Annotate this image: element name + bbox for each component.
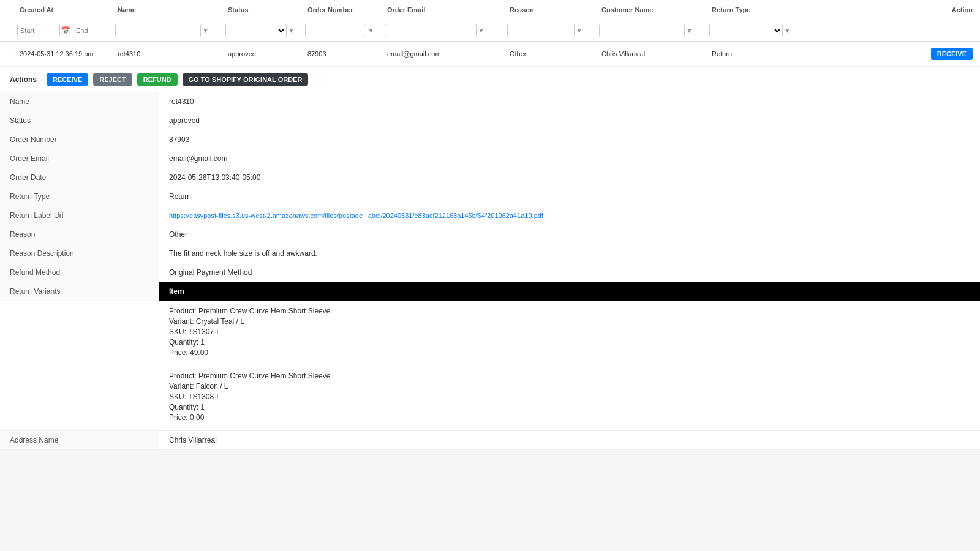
order-number-filter-icon[interactable]: ▼ bbox=[368, 27, 374, 34]
created-at-filter: 📅 📅 ▼ bbox=[15, 23, 113, 39]
row-order-email: email@gmail.com bbox=[382, 48, 505, 60]
order-email-filter-input[interactable] bbox=[385, 24, 477, 37]
item-2-variant-label: Variant: bbox=[169, 382, 196, 391]
item-1-variant-label: Variant: bbox=[169, 317, 196, 326]
return-type-filter-icon[interactable]: ▼ bbox=[784, 27, 791, 34]
row-status: approved bbox=[223, 48, 303, 60]
row-action: RECEIVE bbox=[805, 45, 980, 62]
item-1-quantity-label: Quantity: bbox=[169, 338, 200, 347]
item-2-quantity-label: Quantity: bbox=[169, 403, 200, 411]
detail-reason-description-field: Reason Description The fit and neck hole… bbox=[0, 244, 980, 263]
row-order-number: 87903 bbox=[303, 48, 382, 60]
detail-status-field: Status approved bbox=[0, 111, 980, 130]
end-date-input[interactable] bbox=[73, 24, 116, 37]
item-1-price-value: 49.00 bbox=[190, 348, 208, 357]
detail-reason-description-value: The fit and neck hole size is off and aw… bbox=[159, 244, 980, 263]
customer-name-col-header: Customer Name bbox=[597, 4, 707, 16]
row-toggle[interactable]: — bbox=[0, 47, 15, 61]
detail-panel: Actions RECEIVE REJECT REFUND GO TO SHOP… bbox=[0, 67, 980, 450]
status-filter-select[interactable]: approved pending rejected bbox=[225, 24, 287, 37]
order-number-filter-input[interactable] bbox=[305, 24, 366, 37]
detail-name-field: Name ret4310 bbox=[0, 92, 980, 111]
table-row[interactable]: — 2024-05-31 12:36:19 pm ret4310 approve… bbox=[0, 42, 980, 67]
row-created-at: 2024-05-31 12:36:19 pm bbox=[15, 48, 113, 60]
item-2-price: Price: 0.00 bbox=[169, 413, 970, 422]
receive-button[interactable]: RECEIVE bbox=[47, 73, 88, 86]
detail-order-date-value: 2024-05-26T13:03:40-05:00 bbox=[159, 168, 980, 187]
actions-label: Actions bbox=[10, 75, 37, 84]
order-email-col-header: Order Email bbox=[382, 4, 505, 16]
toggle-filter bbox=[0, 29, 15, 32]
detail-order-date-field: Order Date 2024-05-26T13:03:40-05:00 bbox=[0, 168, 980, 187]
status-filter: approved pending rejected ▼ bbox=[223, 23, 303, 39]
detail-address-name-label: Address Name bbox=[0, 431, 159, 449]
detail-refund-method-field: Refund Method Original Payment Method bbox=[0, 263, 980, 282]
return-label-link[interactable]: https://easypost-files.s3.us-west-2.amaz… bbox=[169, 212, 543, 219]
customer-name-filter-icon[interactable]: ▼ bbox=[686, 27, 693, 34]
toggle-col-header bbox=[0, 7, 15, 12]
customer-name-filter: ▼ bbox=[597, 23, 707, 39]
name-filter-icon[interactable]: ▼ bbox=[202, 27, 209, 34]
detail-name-label: Name bbox=[0, 92, 159, 111]
item-1-price: Price: 49.00 bbox=[169, 348, 970, 357]
reason-filter-icon[interactable]: ▼ bbox=[576, 27, 582, 34]
detail-order-number-label: Order Number bbox=[0, 130, 159, 149]
name-filter-input[interactable] bbox=[115, 24, 201, 37]
status-filter-icon[interactable]: ▼ bbox=[288, 27, 295, 34]
order-email-filter-icon[interactable]: ▼ bbox=[478, 27, 484, 34]
row-return-type: Return bbox=[707, 48, 805, 60]
reason-filter: ▼ bbox=[505, 23, 597, 39]
item-1-sku: SKU: TS1307-L bbox=[169, 328, 970, 336]
shopify-button[interactable]: GO TO SHOPIFY ORIGINAL ORDER bbox=[183, 73, 309, 86]
row-customer-name: Chris Villarreal bbox=[597, 48, 707, 60]
detail-refund-method-label: Refund Method bbox=[0, 263, 159, 282]
refund-button[interactable]: REFUND bbox=[137, 73, 178, 86]
item-2-price-value: 0.00 bbox=[190, 413, 204, 422]
item-2-product-value: Premium Crew Curve Hem Short Sleeve bbox=[198, 372, 330, 380]
return-type-filter: Return Exchange ▼ bbox=[707, 23, 805, 39]
expand-icon[interactable]: — bbox=[5, 50, 15, 58]
order-number-filter: ▼ bbox=[303, 23, 382, 39]
item-1: Product: Premium Crew Curve Hem Short Sl… bbox=[159, 301, 980, 365]
start-date-input[interactable] bbox=[17, 24, 60, 37]
item-1-variant: Variant: Crystal Teal / L bbox=[169, 317, 970, 326]
reason-filter-input[interactable] bbox=[507, 24, 575, 37]
customer-name-filter-input[interactable] bbox=[599, 24, 685, 37]
item-2-sku: SKU: TS1308-L bbox=[169, 392, 970, 401]
calendar-start-icon[interactable]: 📅 bbox=[61, 26, 70, 35]
action-filter bbox=[805, 29, 980, 32]
item-2-quantity-value: 1 bbox=[200, 403, 205, 411]
detail-status-label: Status bbox=[0, 111, 159, 130]
detail-address-name-value: Chris Villarreal bbox=[159, 431, 980, 449]
detail-reason-description-label: Reason Description bbox=[0, 244, 159, 263]
item-2-variant-value: Falcon / L bbox=[196, 382, 228, 391]
action-col-header: Action bbox=[805, 4, 980, 16]
reject-button[interactable]: REJECT bbox=[93, 73, 132, 86]
detail-order-email-value: email@gmail.com bbox=[159, 149, 980, 168]
order-email-filter: ▼ bbox=[382, 23, 505, 39]
return-type-filter-select[interactable]: Return Exchange bbox=[709, 24, 783, 37]
detail-return-type-label: Return Type bbox=[0, 187, 159, 206]
filter-row: 📅 📅 ▼ ▼ approved pending rejected ▼ ▼ ▼ bbox=[0, 20, 980, 42]
detail-order-date-label: Order Date bbox=[0, 168, 159, 187]
actions-row: Actions RECEIVE REJECT REFUND GO TO SHOP… bbox=[0, 67, 980, 92]
detail-return-label-url-label: Return Label Url bbox=[0, 206, 159, 225]
item-1-sku-label: SKU: bbox=[169, 328, 188, 336]
detail-order-number-value: 87903 bbox=[159, 130, 980, 149]
detail-order-number-field: Order Number 87903 bbox=[0, 130, 980, 149]
detail-address-name-field: Address Name Chris Villarreal bbox=[0, 431, 980, 450]
order-number-col-header: Order Number bbox=[303, 4, 382, 16]
detail-return-variants-field: Return Variants Item Product: Premium Cr… bbox=[0, 282, 980, 431]
item-table-header: Item bbox=[159, 282, 980, 301]
detail-reason-value: Other bbox=[159, 225, 980, 244]
item-2-product-label: Product: bbox=[169, 372, 198, 380]
row-receive-button[interactable]: RECEIVE bbox=[931, 48, 973, 60]
item-2: Product: Premium Crew Curve Hem Short Sl… bbox=[159, 365, 980, 430]
name-filter: ▼ bbox=[113, 23, 223, 39]
detail-refund-method-value: Original Payment Method bbox=[159, 263, 980, 282]
item-1-variant-value: Crystal Teal / L bbox=[196, 317, 244, 326]
item-1-price-label: Price: bbox=[169, 348, 190, 357]
detail-return-variants-value: Item Product: Premium Crew Curve Hem Sho… bbox=[159, 282, 980, 430]
status-col-header: Status bbox=[223, 4, 303, 16]
detail-reason-field: Reason Other bbox=[0, 225, 980, 244]
